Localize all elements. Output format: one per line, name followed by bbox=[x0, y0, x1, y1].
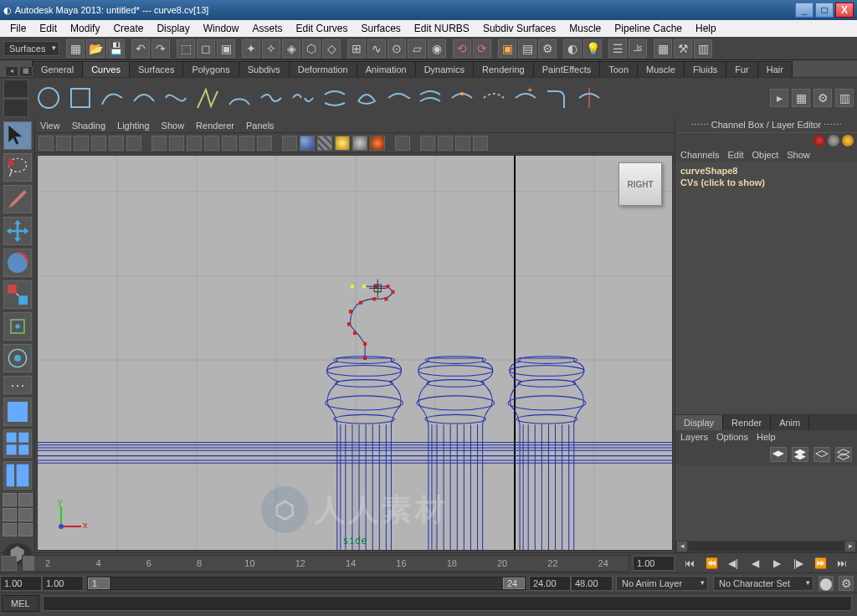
view-menu-lighting[interactable]: Lighting bbox=[117, 121, 150, 131]
render-icon[interactable]: ▣ bbox=[498, 39, 516, 58]
safe-action-icon[interactable] bbox=[239, 136, 254, 151]
gamma-icon[interactable] bbox=[473, 136, 488, 151]
render-settings-icon[interactable]: ⚙ bbox=[538, 39, 557, 58]
step-fwd-frame-icon[interactable]: ⏩ bbox=[812, 557, 829, 570]
close-button[interactable]: X bbox=[835, 3, 854, 18]
exposure-icon[interactable] bbox=[455, 136, 470, 151]
curve-fillet-icon[interactable] bbox=[544, 85, 571, 111]
prefs-icon[interactable]: ⚙ bbox=[839, 576, 854, 591]
2d-pan-icon[interactable] bbox=[109, 136, 124, 151]
menu-file[interactable]: File bbox=[3, 21, 33, 36]
mask-4-icon[interactable]: ⬡ bbox=[302, 39, 321, 58]
view-menu-show[interactable]: Show bbox=[162, 121, 185, 131]
persp-outliner-icon[interactable] bbox=[3, 461, 32, 490]
cvs-expand[interactable]: CVs (click to show) bbox=[680, 177, 852, 188]
cut-curve-icon[interactable] bbox=[576, 85, 603, 111]
wireframe-icon[interactable] bbox=[282, 136, 297, 151]
textured-icon[interactable] bbox=[317, 136, 332, 151]
camera-select-icon[interactable] bbox=[38, 136, 54, 151]
layer-menu-options[interactable]: Options bbox=[716, 432, 748, 442]
attr-editor-icon[interactable]: ▦ bbox=[654, 39, 672, 58]
range-bar-end[interactable]: 24 bbox=[503, 578, 525, 589]
outliner-icon[interactable]: ☰ bbox=[608, 39, 627, 58]
extend-curve-icon[interactable] bbox=[385, 85, 412, 111]
scroll-track[interactable] bbox=[689, 542, 844, 551]
channel-box-icon[interactable]: ▥ bbox=[694, 39, 712, 58]
ep-curve-icon[interactable] bbox=[99, 85, 126, 111]
xray-icon[interactable] bbox=[420, 136, 435, 151]
new-scene-icon[interactable]: ▦ bbox=[66, 39, 85, 58]
four-view-icon[interactable] bbox=[3, 429, 32, 458]
minimize-button[interactable]: _ bbox=[795, 3, 813, 18]
shelf-tab-curves[interactable]: Curves bbox=[82, 61, 130, 77]
manipulator-gray-icon[interactable] bbox=[828, 135, 839, 146]
layout-selector[interactable] bbox=[3, 493, 33, 536]
viewcube[interactable]: RIGHT bbox=[618, 162, 662, 206]
go-end-icon[interactable]: ⏭ bbox=[834, 557, 850, 570]
viewport[interactable]: RIGHT yx side ⬡ 人人素材 bbox=[37, 155, 673, 551]
menu-assets[interactable]: Assets bbox=[245, 21, 289, 36]
range-end-out-field[interactable] bbox=[571, 576, 613, 591]
grid-icon[interactable] bbox=[151, 136, 167, 151]
grease-pencil-icon[interactable] bbox=[126, 136, 141, 151]
shelf-edit-icon[interactable] bbox=[3, 80, 28, 98]
ipr-icon[interactable]: ▤ bbox=[518, 39, 536, 58]
menu-pipeline[interactable]: Pipeline Cache bbox=[608, 21, 689, 36]
undo-icon[interactable]: ↶ bbox=[131, 39, 150, 58]
shelf-tab-polygons[interactable]: Polygons bbox=[182, 61, 239, 77]
layer-tab-display[interactable]: Display bbox=[675, 415, 723, 430]
chbox-toggle-icon[interactable]: ▥ bbox=[835, 89, 854, 107]
menu-window[interactable]: Window bbox=[197, 21, 246, 36]
open-scene-icon[interactable]: 📂 bbox=[86, 39, 105, 58]
resolution-gate-icon[interactable] bbox=[187, 136, 202, 151]
scale-tool-icon[interactable] bbox=[3, 280, 32, 309]
shelf-trash-icon[interactable] bbox=[3, 99, 28, 117]
current-time-field[interactable] bbox=[633, 556, 675, 571]
layer-menu-help[interactable]: Help bbox=[757, 432, 776, 442]
select-tool-icon[interactable] bbox=[3, 121, 32, 150]
xray-joints-icon[interactable] bbox=[438, 136, 453, 151]
mask-3-icon[interactable]: ◈ bbox=[282, 39, 300, 58]
shelf-tab-hair[interactable]: Hair bbox=[757, 61, 793, 77]
snap-curve-icon[interactable]: ∿ bbox=[367, 39, 386, 58]
channel-menu-edit[interactable]: Edit bbox=[727, 150, 743, 160]
range-start-in-field[interactable] bbox=[42, 576, 84, 591]
shelf-tab-muscle[interactable]: Muscle bbox=[637, 61, 685, 77]
shelf-tab-general[interactable]: General bbox=[32, 61, 83, 77]
view-menu-renderer[interactable]: Renderer bbox=[196, 121, 234, 131]
square-curve-icon[interactable] bbox=[67, 85, 94, 111]
timeline-track[interactable]: 24681012141618202224 bbox=[22, 555, 629, 572]
mask-5-icon[interactable]: ◇ bbox=[322, 39, 341, 58]
menu-display[interactable]: Display bbox=[150, 21, 196, 36]
channel-content[interactable]: curveShape8 CVs (click to show) bbox=[675, 162, 857, 414]
history-icon[interactable]: ⟲ bbox=[453, 39, 471, 58]
play-forward-icon[interactable]: ▶ bbox=[768, 557, 785, 570]
snap-point-icon[interactable]: ⊙ bbox=[387, 39, 406, 58]
node-name[interactable]: curveShape8 bbox=[680, 165, 852, 177]
layer-tab-anim[interactable]: Anim bbox=[771, 415, 809, 430]
shelf-tab-rendering[interactable]: Rendering bbox=[473, 61, 534, 77]
camera-attr-icon[interactable] bbox=[56, 136, 71, 151]
save-scene-icon[interactable]: 💾 bbox=[106, 39, 125, 58]
maximize-button[interactable]: □ bbox=[815, 3, 834, 18]
bezier-curve-icon[interactable] bbox=[162, 85, 189, 111]
attach-curve-icon[interactable] bbox=[258, 85, 285, 111]
image-plane-icon[interactable] bbox=[91, 136, 106, 151]
step-fwd-key-icon[interactable]: |▶ bbox=[790, 557, 807, 570]
align-curve-icon[interactable] bbox=[321, 85, 348, 111]
snap-plane-icon[interactable]: ▱ bbox=[408, 39, 426, 58]
play-back-icon[interactable]: ◀ bbox=[747, 557, 763, 570]
layer-tab-render[interactable]: Render bbox=[723, 415, 771, 430]
film-gate-icon[interactable] bbox=[169, 136, 184, 151]
last-tool-icon[interactable]: ⋯ bbox=[3, 376, 32, 394]
shelf-tab-surfaces[interactable]: Surfaces bbox=[129, 61, 183, 77]
circle-curve-icon[interactable] bbox=[35, 85, 62, 111]
rebuild-curve-icon[interactable] bbox=[480, 85, 507, 111]
manipulator-tool-icon[interactable] bbox=[3, 312, 32, 341]
tool-settings-icon[interactable]: ⚒ bbox=[674, 39, 692, 58]
shelf-tab-animation[interactable]: Animation bbox=[357, 61, 416, 77]
timeline-toggle-icon[interactable] bbox=[2, 556, 17, 571]
shelf-tab-painteffects[interactable]: PaintEffects bbox=[533, 61, 601, 77]
menu-edit-nurbs[interactable]: Edit NURBS bbox=[408, 21, 476, 36]
select-object-icon[interactable]: ◻ bbox=[197, 39, 215, 58]
